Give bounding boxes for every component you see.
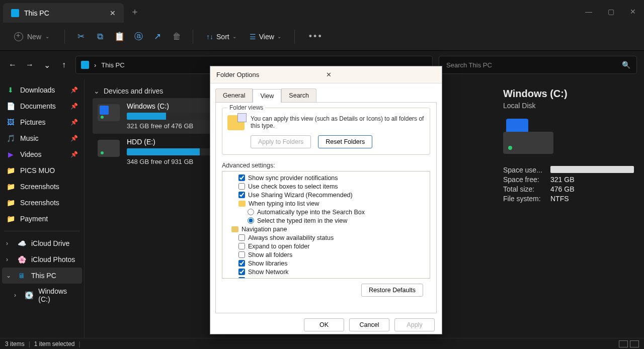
- folder-icon: [238, 201, 246, 207]
- chevron-right-icon[interactable]: ›: [14, 292, 20, 299]
- pin-icon[interactable]: 📌: [70, 119, 78, 126]
- recent-dropdown[interactable]: ⌄: [41, 60, 52, 70]
- view-button[interactable]: ☰ View ⌄: [247, 31, 284, 43]
- separator: |: [79, 340, 80, 347]
- chevron-right-icon[interactable]: ›: [6, 256, 12, 263]
- kv-key: Space use...: [503, 166, 545, 174]
- view-icon: ☰: [250, 33, 256, 41]
- maximize-button[interactable]: ▢: [600, 0, 622, 23]
- advanced-settings-list[interactable]: Show sync provider notifications Use che…: [222, 171, 430, 279]
- copy-icon[interactable]: ⧉: [94, 32, 106, 42]
- opt-availability-status[interactable]: [238, 234, 245, 241]
- new-tab-button[interactable]: ＋: [124, 0, 146, 23]
- minimize-button[interactable]: ―: [578, 0, 600, 23]
- folder-icon: 📁: [6, 214, 15, 223]
- option-group-label: When typing into list view: [249, 200, 319, 207]
- ok-button[interactable]: OK: [304, 318, 344, 331]
- opt-sync-notifications[interactable]: [238, 175, 245, 181]
- opt-expand-open-folder[interactable]: [238, 243, 245, 249]
- cut-icon[interactable]: ✂: [75, 31, 87, 42]
- option-label: Show libraries: [248, 260, 288, 267]
- up-button[interactable]: ↑: [58, 60, 69, 69]
- share-icon[interactable]: ↗: [151, 31, 164, 42]
- option-label: Always show availability status: [248, 234, 334, 241]
- sidebar-item-folder[interactable]: 📁Screenshots: [2, 179, 82, 195]
- sidebar-item-videos[interactable]: ▶Videos📌: [2, 146, 82, 162]
- close-window-button[interactable]: ✕: [622, 0, 644, 23]
- rename-icon[interactable]: ⓐ: [132, 31, 144, 42]
- new-button[interactable]: New ⌄: [9, 29, 54, 44]
- sidebar-item-downloads[interactable]: ⬇Downloads📌: [2, 82, 82, 98]
- sidebar-item-windows-c[interactable]: ›💽Windows (C:): [2, 284, 82, 307]
- back-button[interactable]: ←: [7, 60, 18, 69]
- view-details-toggle[interactable]: [619, 340, 628, 347]
- tab-search[interactable]: Search: [281, 89, 316, 102]
- tab-this-pc[interactable]: This PC ✕: [3, 3, 124, 23]
- dialog-title-bar[interactable]: Folder Options ✕: [210, 66, 442, 83]
- pin-icon[interactable]: 📌: [70, 103, 78, 110]
- drive-icon: [98, 104, 120, 121]
- search-input[interactable]: [445, 61, 622, 69]
- sidebar-item-documents[interactable]: 📄Documents📌: [2, 98, 82, 114]
- chevron-down-icon: ⌄: [232, 34, 236, 39]
- sidebar-item-folder[interactable]: 📁Payment: [2, 211, 82, 227]
- sidebar-item-label: Windows (C:): [38, 287, 78, 303]
- pin-icon[interactable]: 📌: [70, 151, 78, 158]
- chevron-right-icon[interactable]: ›: [6, 240, 12, 247]
- breadcrumb[interactable]: This PC: [101, 61, 124, 69]
- sidebar-item-icloud-drive[interactable]: ›☁️iCloud Drive: [2, 235, 82, 251]
- sidebar-item-label: Pictures: [20, 118, 46, 126]
- search-box[interactable]: 🔍: [439, 56, 637, 74]
- sort-label: Sort: [216, 33, 229, 41]
- cancel-button[interactable]: Cancel: [349, 318, 389, 331]
- separator: [294, 30, 295, 44]
- search-icon[interactable]: 🔍: [622, 61, 630, 69]
- sort-button[interactable]: ↑↓ Sort ⌄: [203, 31, 239, 43]
- opt-sharing-wizard[interactable]: [238, 192, 245, 198]
- opt-typing-select[interactable]: [248, 217, 254, 224]
- sidebar-item-pictures[interactable]: 🖼Pictures📌: [2, 114, 82, 130]
- close-tab-icon[interactable]: ✕: [110, 9, 116, 17]
- apply-to-folders-button[interactable]: Apply to Folders: [251, 135, 311, 148]
- cloud-icon: ☁️: [17, 239, 26, 248]
- opt-show-network[interactable]: [238, 269, 245, 275]
- drive-icon: [98, 140, 120, 157]
- music-icon: 🎵: [6, 134, 15, 143]
- chevron-down-icon[interactable]: ⌄: [6, 272, 12, 279]
- sidebar-item-music[interactable]: 🎵Music📌: [2, 130, 82, 146]
- opt-typing-search[interactable]: [248, 209, 254, 215]
- close-icon[interactable]: ✕: [323, 71, 436, 78]
- dialog-tabs: General View Search: [210, 83, 442, 102]
- pin-icon[interactable]: 📌: [70, 135, 78, 142]
- folder-icon: 📁: [6, 166, 15, 175]
- forward-button[interactable]: →: [24, 60, 35, 69]
- folder-tree-icon: [231, 226, 238, 232]
- option-label: Show sync provider notifications: [248, 175, 338, 182]
- tab-title: This PC: [24, 9, 105, 17]
- kv-value: 476 GB: [550, 185, 574, 193]
- sidebar-item-label: Videos: [20, 150, 42, 158]
- new-label: New: [27, 33, 41, 41]
- tab-view[interactable]: View: [253, 89, 281, 103]
- chevron-down-icon[interactable]: ⌄: [94, 87, 100, 95]
- folder-views-group: Folder views You can apply this view (su…: [222, 108, 430, 155]
- restore-defaults-button[interactable]: Restore Defaults: [361, 284, 423, 297]
- dialog-title: Folder Options: [216, 71, 323, 78]
- opt-show-libraries[interactable]: [238, 260, 245, 267]
- apply-button[interactable]: Apply: [394, 318, 435, 331]
- sidebar-item-icloud-photos[interactable]: ›🌸iCloud Photos: [2, 251, 82, 268]
- paste-icon[interactable]: 📋: [113, 31, 125, 42]
- option-label: Use check boxes to select items: [248, 183, 338, 190]
- sidebar-item-folder[interactable]: 📁PICS MUO: [2, 162, 82, 179]
- view-thumbnails-toggle[interactable]: [630, 340, 639, 347]
- sidebar-item-folder[interactable]: 📁Screenshots: [2, 195, 82, 211]
- reset-folders-button[interactable]: Reset Folders: [318, 135, 372, 148]
- sidebar-item-this-pc[interactable]: ⌄🖥This PC: [2, 268, 82, 284]
- sidebar-item-label: iCloud Drive: [31, 239, 69, 247]
- pin-icon[interactable]: 📌: [70, 86, 78, 94]
- tab-general[interactable]: General: [215, 89, 253, 102]
- opt-show-all-folders[interactable]: [238, 251, 245, 258]
- opt-use-checkboxes[interactable]: [238, 183, 245, 190]
- delete-icon[interactable]: 🗑: [171, 32, 183, 42]
- more-button[interactable]: •••: [305, 31, 327, 42]
